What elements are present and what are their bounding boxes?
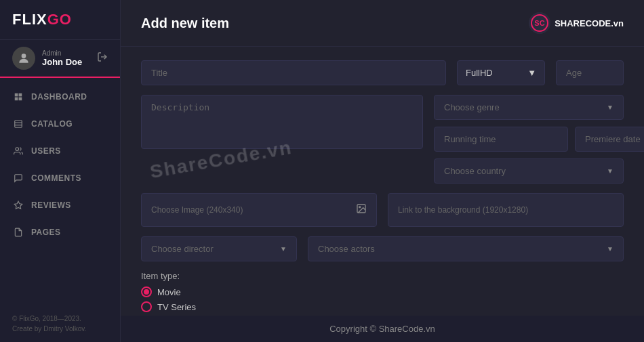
director-select[interactable]: Choose director ▼ [141,236,297,261]
background-link-input[interactable]: Link to the background (1920x1280) [388,193,624,227]
svg-text:SC: SC [535,19,545,27]
catalog-label: CATALOG [31,119,73,129]
genre-chevron-icon: ▼ [607,104,613,111]
running-time-input[interactable] [434,127,568,152]
item-type-section: Item type: Movie TV Series [141,271,624,312]
sidebar-nav: DASHBOARD CATALOG USERS COMMENTS REVIEWS [0,83,120,246]
country-label: Choose country [444,166,506,176]
pages-icon [12,226,24,238]
actors-select[interactable]: Choose actors ▼ [308,236,624,261]
sidebar-item-users[interactable]: USERS [0,137,120,165]
copyright-bar: Copyright © ShareCode.vn [121,316,644,342]
item-type-label: Item type: [141,271,624,281]
logo: FLIXGO [0,0,120,39]
quality-chevron-icon: ▼ [527,68,536,78]
radio-movie[interactable]: Movie [141,286,624,297]
description-input[interactable] [141,95,423,149]
age-input[interactable] [556,60,624,85]
running-premiere-row [434,127,624,152]
page-title: Add new item [141,16,229,31]
quality-select[interactable]: FullHD ▼ [457,60,545,85]
bg-link-label: Link to the background (1920x1280) [398,205,528,215]
sidebar-item-catalog[interactable]: CATALOG [0,110,120,137]
image-upload-row: Choose Image (240x340) Link to the backg… [141,193,624,227]
user-name: John Doe [42,57,90,67]
radio-movie-circle[interactable] [141,286,152,297]
radio-tv[interactable]: TV Series [141,301,624,312]
svg-point-9 [16,148,19,151]
svg-rect-4 [15,98,18,101]
country-select[interactable]: Choose country ▼ [434,158,624,184]
svg-rect-3 [19,93,22,97]
sidebar-item-pages[interactable]: PAGES [0,219,120,246]
sharecode-icon: SC [529,12,550,34]
reviews-label: REVIEWS [31,200,71,210]
svg-rect-5 [19,98,22,101]
director-label: Choose director [151,244,214,254]
radio-movie-label: Movie [157,287,181,297]
sharecode-logo: SC SHARECODE.vn [529,12,624,34]
quality-label: FullHD [466,68,493,78]
footer-line1: © FlixGo, 2018—2023. [12,314,108,324]
actors-label: Choose actors [318,244,375,254]
copyright-text: Copyright © ShareCode.vn [329,324,435,334]
country-chevron-icon: ▼ [607,167,613,175]
comments-label: COMMENTS [31,173,81,183]
top-bar: Add new item SC SHARECODE.vn [121,0,644,47]
radio-tv-label: TV Series [157,302,196,312]
premiere-input[interactable] [575,127,644,152]
sidebar-item-dashboard[interactable]: DASHBOARD [0,83,120,110]
users-label: USERS [31,146,61,156]
svg-rect-2 [15,93,18,97]
actors-chevron-icon: ▼ [607,245,613,253]
radio-tv-circle[interactable] [141,301,152,312]
row-title: FullHD ▼ [141,60,624,85]
comments-icon [12,172,24,184]
cover-image-upload[interactable]: Choose Image (240x340) [141,193,377,227]
svg-point-0 [22,54,26,58]
svg-rect-6 [15,121,22,128]
svg-marker-10 [14,201,22,209]
cover-upload-icon [356,203,367,217]
footer-line2: Create by Dmitry Volkov. [12,324,108,334]
user-role: Admin [42,49,90,57]
reviews-icon [12,199,24,211]
cover-image-label: Choose Image (240x340) [151,205,243,215]
user-info: Admin John Doe [42,49,90,67]
main-content: Add new item SC SHARECODE.vn ShareCode.v… [121,0,644,342]
genre-select[interactable]: Choose genre ▼ [434,95,624,120]
logo-suffix: GO [47,11,72,28]
logout-button[interactable] [97,51,108,65]
avatar [12,47,35,70]
sidebar-footer: © FlixGo, 2018—2023. Create by Dmitry Vo… [0,305,120,342]
director-actors-row: Choose director ▼ Choose actors ▼ [141,236,624,261]
sharecode-text: SHARECODE.vn [555,18,624,28]
pages-label: PAGES [31,228,61,237]
sidebar: FLIXGO Admin John Doe DASHBOARD CATALOG [0,0,121,342]
sidebar-item-comments[interactable]: COMMENTS [0,165,120,192]
svg-point-15 [359,207,361,208]
director-chevron-icon: ▼ [280,245,287,253]
users-icon [12,145,24,157]
logo-text: FLIXGO [12,11,72,28]
logo-prefix: FLIX [12,11,47,28]
sidebar-item-reviews[interactable]: REVIEWS [0,192,120,219]
dashboard-icon [12,91,24,103]
user-profile: Admin John Doe [0,39,120,78]
right-panel: Choose genre ▼ Choose country ▼ [434,95,624,184]
form-area: ShareCode.vn FullHD ▼ Choose genre ▼ [121,47,644,342]
genre-label: Choose genre [444,102,500,112]
dashboard-label: DASHBOARD [31,92,87,102]
catalog-icon [12,118,24,130]
row-desc: Choose genre ▼ Choose country ▼ [141,95,624,184]
title-input[interactable] [141,60,446,85]
